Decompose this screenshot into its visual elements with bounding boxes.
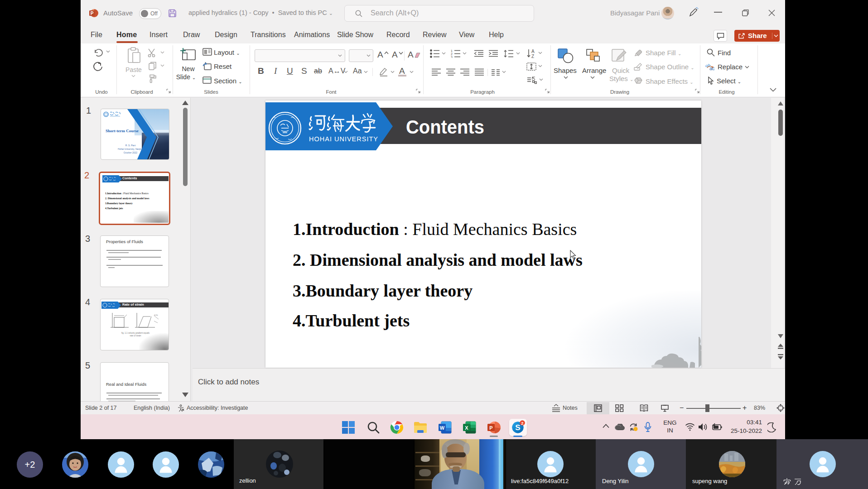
svg-text:A: A — [531, 49, 535, 54]
svg-text:1: 1 — [451, 49, 453, 53]
svg-text:P: P — [91, 11, 94, 16]
svg-text:2: 2 — [521, 421, 523, 426]
svg-text:W: W — [440, 425, 445, 431]
svg-text:3: 3 — [451, 56, 453, 58]
svg-text:P: P — [489, 425, 492, 431]
svg-text:X: X — [465, 425, 468, 431]
svg-text:S: S — [515, 423, 520, 432]
svg-text:Z: Z — [531, 54, 534, 58]
svg-text:HOHAI UNIVERSITY: HOHAI UNIVERSITY — [309, 135, 378, 143]
svg-text:du/dy: du/dy — [154, 314, 158, 316]
